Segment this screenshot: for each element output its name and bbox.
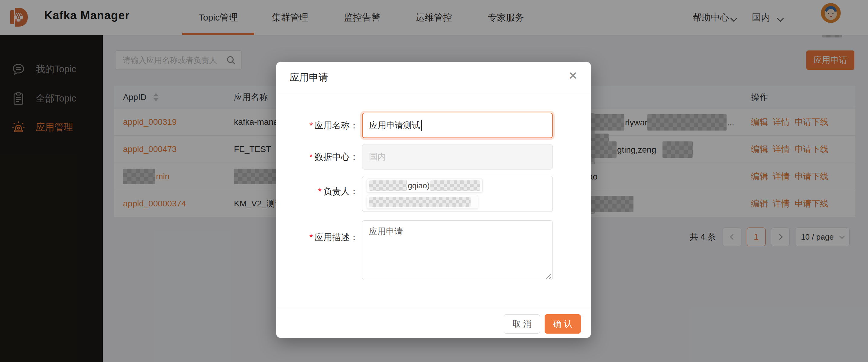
modal-title: 应用申请: [289, 71, 328, 84]
required-asterisk: *: [309, 232, 313, 242]
field-label-app-name: *应用名称：: [276, 119, 359, 131]
field-label-description: *应用描述：: [276, 231, 359, 243]
owner-tag[interactable]: [367, 195, 478, 209]
data-center-input: 国内: [362, 144, 553, 169]
divider: [276, 307, 591, 308]
app-name-input[interactable]: 应用申请测试: [362, 113, 553, 138]
confirm-button[interactable]: 确 认: [545, 314, 581, 334]
resize-handle-icon[interactable]: [545, 272, 551, 278]
close-icon[interactable]: ✕: [568, 70, 578, 81]
divider: [276, 93, 591, 93]
field-label-owners: *负责人：: [276, 185, 359, 197]
kafka-manager-app: Kafka Manager Topic管理 集群管理 监控告警 运维管控 专家服…: [0, 0, 868, 362]
blurred-text-block: [369, 197, 471, 207]
blurred-text-block: [430, 180, 480, 191]
field-label-data-center: *数据中心：: [276, 151, 359, 163]
required-asterisk: *: [309, 121, 313, 130]
blurred-text-block: [369, 180, 407, 191]
required-asterisk: *: [309, 152, 313, 162]
required-asterisk: *: [318, 187, 321, 196]
apply-app-modal: 应用申请 ✕ *应用名称： 应用申请测试 *数据中心： 国内 *负责人： gqi…: [276, 62, 591, 338]
description-textarea[interactable]: 应用申请: [362, 220, 553, 280]
owners-multiselect[interactable]: gqiao): [362, 176, 553, 212]
cancel-button[interactable]: 取 消: [504, 314, 540, 334]
owner-tag[interactable]: gqiao): [367, 178, 483, 193]
text-cursor: [421, 120, 422, 131]
